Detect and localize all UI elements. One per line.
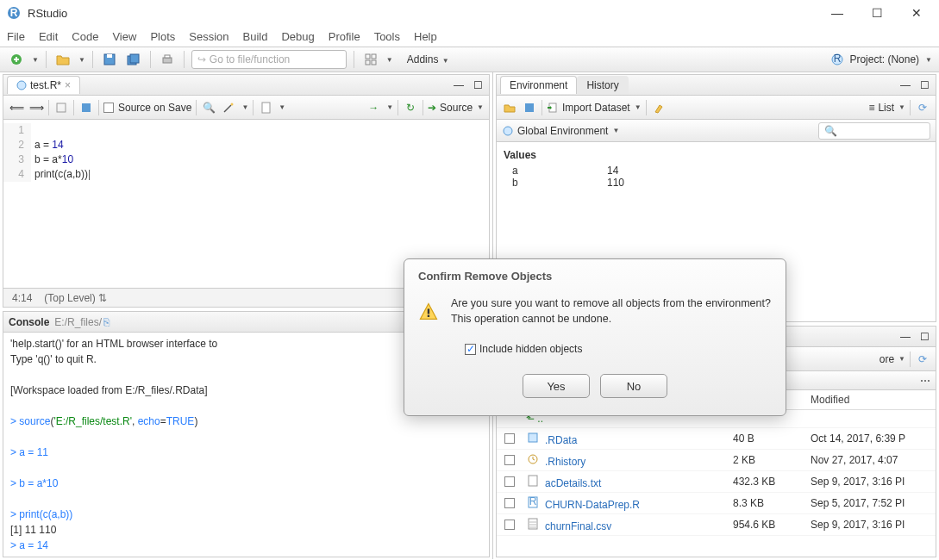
show-in-new-window-button[interactable] [53, 100, 69, 115]
warning-icon [418, 296, 439, 327]
source-on-save-checkbox[interactable] [103, 103, 114, 113]
save-workspace-button[interactable] [522, 100, 537, 115]
console-tab[interactable]: Console [9, 316, 49, 328]
no-button[interactable]: No [600, 374, 667, 398]
window-minimize-button[interactable]: — [825, 4, 849, 22]
chevron-down-icon[interactable]: ▼ [32, 56, 39, 64]
find-button[interactable]: 🔍 [201, 100, 216, 115]
values-heading: Values [504, 146, 929, 165]
view-mode-selector[interactable]: ≡ List ▼ [868, 102, 905, 114]
include-hidden-checkbox[interactable]: ✓ [465, 344, 476, 355]
main-toolbar: ▼ ▼ ↪Go to file/function ▼ Addins ▼ R Pr… [0, 47, 939, 72]
env-variable[interactable]: b110 [504, 177, 929, 189]
menubar: File Edit Code View Plots Session Build … [0, 26, 939, 47]
svg-rect-12 [372, 60, 376, 65]
menu-code[interactable]: Code [72, 30, 98, 43]
chevron-down-icon[interactable]: ▼ [386, 56, 393, 64]
menu-session[interactable]: Session [189, 30, 228, 43]
rstudio-logo-icon: R [7, 6, 21, 20]
svg-rect-29 [428, 308, 429, 314]
file-checkbox[interactable] [504, 455, 515, 465]
window-close-button[interactable]: ✕ [905, 4, 929, 22]
svg-text:R: R [834, 53, 842, 65]
menu-debug[interactable]: Debug [281, 30, 314, 43]
grid-button[interactable] [361, 50, 380, 69]
file-row[interactable]: acDetails.txt432.3 KBSep 9, 2017, 3:16 P… [497, 471, 936, 493]
yes-button[interactable]: Yes [523, 374, 590, 398]
cursor-position: 4:14 [12, 292, 32, 304]
save-button[interactable] [100, 50, 119, 69]
forward-button[interactable]: ⟹ [28, 100, 44, 115]
save-source-button[interactable] [78, 100, 94, 115]
chevron-down-icon[interactable]: ▼ [78, 56, 85, 64]
import-dataset-button[interactable]: Import Dataset ▼ [547, 102, 642, 114]
console-path: E:/R_files/ [54, 316, 102, 328]
env-scope-selector[interactable]: Global Environment ▼ [502, 125, 619, 137]
save-all-button[interactable] [124, 50, 143, 69]
minimize-pane-icon[interactable]: — [898, 78, 913, 93]
goto-file-function-input[interactable]: ↪Go to file/function [191, 50, 347, 69]
env-scope-bar: Global Environment ▼ 🔍 [497, 120, 936, 142]
minimize-pane-icon[interactable]: — [451, 78, 466, 93]
source-button[interactable]: ➔ Source ▼ [428, 102, 484, 114]
menu-tools[interactable]: Tools [374, 30, 400, 43]
minimize-pane-icon[interactable]: — [898, 329, 913, 345]
menu-plots[interactable]: Plots [150, 30, 175, 43]
env-toolbar: Import Dataset ▼ ≡ List ▼ ⟳ [497, 96, 936, 120]
more-button[interactable]: ore ▼ [880, 353, 905, 365]
file-checkbox[interactable] [504, 498, 515, 508]
file-checkbox[interactable] [504, 476, 515, 487]
svg-rect-17 [82, 103, 91, 112]
source-toolbar: ⟸ ⟹ Source on Save 🔍 ▼ ▼ →▼ ↻ ➔ Sour [3, 96, 489, 120]
file-row[interactable]: .RData40 BOct 14, 2017, 6:39 P [497, 428, 936, 450]
back-button[interactable]: ⟸ [9, 100, 24, 115]
console-path-link-icon[interactable]: ⎘ [103, 316, 110, 328]
rerun-button[interactable]: ↻ [403, 100, 418, 115]
svg-rect-23 [529, 433, 537, 442]
menu-file[interactable]: File [7, 30, 25, 43]
refresh-button[interactable]: ⟳ [915, 100, 930, 115]
project-icon: R [830, 53, 844, 66]
source-tab[interactable]: test.R* × [7, 76, 80, 94]
svg-rect-25 [529, 476, 537, 486]
menu-edit[interactable]: Edit [39, 30, 58, 43]
svg-rect-6 [130, 54, 139, 63]
maximize-pane-icon[interactable]: ☐ [917, 329, 932, 345]
file-row[interactable]: churnFinal.csv954.6 KBSep 9, 2017, 3:16 … [497, 514, 936, 536]
addins-menu[interactable]: Addins ▼ [407, 53, 449, 65]
env-variable[interactable]: a14 [504, 165, 929, 177]
window-titlebar: R RStudio — ☐ ✕ [0, 0, 939, 26]
history-tab[interactable]: History [577, 76, 628, 95]
svg-point-15 [17, 81, 26, 90]
files-options-icon[interactable]: ⋯ [920, 375, 930, 387]
clear-workspace-button[interactable] [651, 100, 667, 115]
load-workspace-button[interactable] [502, 100, 517, 115]
project-selector[interactable]: R Project: (None) ▼ [830, 53, 932, 66]
maximize-pane-icon[interactable]: ☐ [470, 78, 485, 93]
file-checkbox[interactable] [504, 433, 515, 444]
menu-build[interactable]: Build [243, 30, 268, 43]
wand-button[interactable] [221, 100, 236, 115]
refresh-files-button[interactable]: ⟳ [915, 352, 930, 367]
svg-rect-9 [366, 54, 370, 59]
maximize-pane-icon[interactable]: ☐ [917, 78, 932, 93]
menu-view[interactable]: View [112, 30, 136, 43]
notebook-button[interactable] [258, 100, 273, 115]
environment-tab[interactable]: Environment [500, 76, 577, 94]
svg-rect-10 [372, 54, 376, 59]
file-row[interactable]: .Rhistory2 KBNov 27, 2017, 4:07 [497, 450, 936, 471]
file-checkbox[interactable] [504, 520, 515, 530]
scope-selector[interactable]: (Top Level) ⇅ [44, 292, 107, 304]
window-maximize-button[interactable]: ☐ [865, 4, 889, 22]
col-modified[interactable]: Modified [811, 394, 936, 406]
run-button[interactable]: → [366, 100, 381, 115]
svg-rect-7 [163, 58, 172, 63]
env-search-input[interactable]: 🔍 [818, 122, 930, 140]
menu-help[interactable]: Help [414, 30, 437, 43]
open-file-button[interactable] [53, 50, 72, 69]
file-row[interactable]: RCHURN-DataPrep.R8.3 KBSep 5, 2017, 7:52… [497, 493, 936, 514]
close-tab-icon[interactable]: × [65, 79, 71, 91]
print-button[interactable] [158, 50, 177, 69]
menu-profile[interactable]: Profile [329, 30, 360, 43]
new-file-button[interactable] [7, 50, 26, 69]
